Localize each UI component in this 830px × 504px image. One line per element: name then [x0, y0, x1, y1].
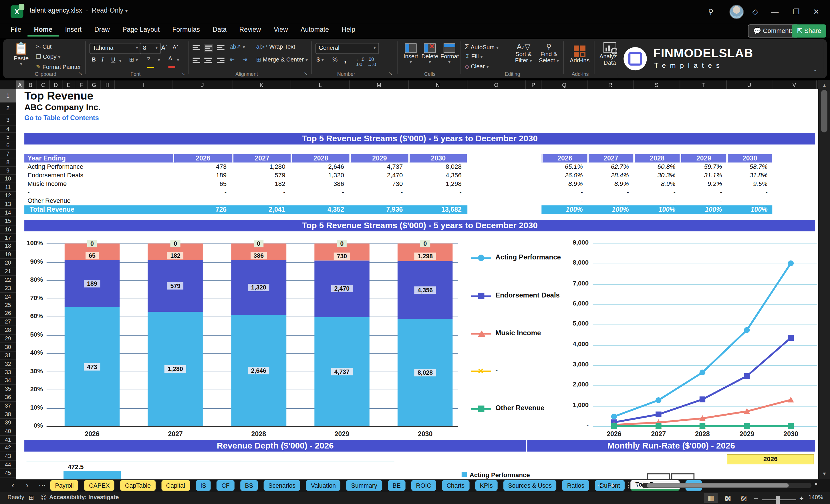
- row-header-41[interactable]: 41: [0, 435, 16, 444]
- tabs-menu-icon[interactable]: ⋮: [625, 480, 632, 489]
- column-header-O[interactable]: O: [467, 81, 526, 89]
- tabs-overflow-icon[interactable]: ⋯: [597, 480, 605, 489]
- column-header-E[interactable]: E: [62, 81, 75, 89]
- hscroll-left-icon[interactable]: ◂: [635, 480, 638, 486]
- delete-cells-button[interactable]: ✕ Delete▾: [421, 43, 438, 65]
- align-center-icon[interactable]: [204, 57, 212, 64]
- page-layout-view-icon[interactable]: ▩: [721, 493, 735, 503]
- table-cell[interactable]: 1,298: [409, 180, 461, 188]
- tabs-prev-icon[interactable]: ‹: [12, 480, 14, 489]
- table-cell[interactable]: 182: [232, 180, 285, 188]
- column-header-R[interactable]: R: [587, 81, 634, 89]
- sheet-tab-scenarios[interactable]: Scenarios: [264, 480, 300, 491]
- row-header-8[interactable]: 8: [0, 158, 16, 166]
- find-select-button[interactable]: ⚲ Find &Select ▾: [538, 42, 560, 63]
- pct-cell[interactable]: 31.8%: [727, 171, 768, 180]
- fill-button[interactable]: ↧ Fill ▾: [465, 53, 483, 60]
- sheet-tab-roic[interactable]: ROIC: [411, 480, 436, 491]
- tabs-more-icon[interactable]: ⋯: [39, 480, 46, 489]
- align-middle-icon[interactable]: [204, 44, 213, 53]
- pct-cell[interactable]: 28.4%: [587, 171, 629, 180]
- zoom-slider-thumb[interactable]: [776, 496, 780, 504]
- pct-total-cell[interactable]: 100%: [587, 205, 629, 214]
- pct-cell[interactable]: 26.0%: [541, 171, 583, 180]
- row-header-15[interactable]: 15: [0, 217, 16, 225]
- table-cell[interactable]: 2,646: [291, 163, 344, 171]
- font-size-select[interactable]: 8▾: [140, 43, 161, 54]
- zoom-out-icon[interactable]: −: [754, 494, 758, 503]
- pct-cell[interactable]: 58.7%: [727, 163, 768, 171]
- row-header-35[interactable]: 35: [0, 385, 16, 393]
- row-header-7[interactable]: 7: [0, 150, 16, 158]
- paste-button[interactable]: 📋 Paste ▾: [10, 42, 32, 67]
- row-header-26[interactable]: 26: [0, 310, 16, 318]
- column-header-A[interactable]: A: [16, 81, 25, 90]
- table-cell[interactable]: 1,320: [291, 171, 344, 180]
- table-cell[interactable]: -: [291, 197, 344, 205]
- row-header-31[interactable]: 31: [0, 351, 16, 359]
- sheet-tab-capital[interactable]: Capital: [161, 480, 190, 491]
- pct-cell[interactable]: 65.1%: [541, 163, 583, 171]
- horizontal-scrollbar[interactable]: [642, 483, 811, 488]
- pct-cell[interactable]: 8.9%: [634, 180, 675, 188]
- pct-total-cell[interactable]: 100%: [727, 205, 768, 214]
- column-header-F[interactable]: F: [75, 81, 88, 89]
- column-header-L[interactable]: L: [291, 81, 350, 89]
- italic-button[interactable]: I: [101, 56, 103, 62]
- row-header-4[interactable]: 4: [0, 126, 16, 133]
- scroll-down-icon[interactable]: ▼: [822, 471, 827, 476]
- pct-cell[interactable]: 8.9%: [587, 180, 629, 188]
- currency-button[interactable]: $ ▾: [317, 56, 324, 62]
- row-header-13[interactable]: 13: [0, 200, 16, 209]
- row-header-24[interactable]: 24: [0, 293, 16, 301]
- row-header-21[interactable]: 21: [0, 267, 16, 276]
- column-header-Q[interactable]: Q: [541, 81, 587, 89]
- total-cell[interactable]: 13,682: [409, 205, 461, 214]
- row-header-40[interactable]: 40: [0, 427, 16, 435]
- menu-tab-page-layout[interactable]: Page Layout: [116, 23, 166, 36]
- read-only-caret-icon[interactable]: ▾: [125, 8, 128, 14]
- column-header-J[interactable]: J: [173, 81, 232, 89]
- runrate-year-cell[interactable]: 2026: [727, 454, 814, 464]
- row-header-44[interactable]: 44: [0, 461, 16, 469]
- diamond-premium-icon[interactable]: ◇: [749, 6, 761, 18]
- row-header-14[interactable]: 14: [0, 209, 16, 217]
- scroll-up-icon[interactable]: ▲: [822, 83, 827, 88]
- sheet-tab-ratios[interactable]: Ratios: [562, 480, 589, 491]
- row-header-1[interactable]: 1: [0, 89, 16, 103]
- table-cell[interactable]: 65: [173, 180, 226, 188]
- column-header-I[interactable]: I: [115, 81, 173, 89]
- comments-button[interactable]: 💬 Comments: [748, 24, 799, 37]
- table-cell[interactable]: 473: [173, 163, 226, 171]
- pct-cell[interactable]: 30.3%: [634, 171, 675, 180]
- sheet-tab-valuation[interactable]: Valuation: [306, 480, 341, 491]
- row-header-32[interactable]: 32: [0, 360, 16, 368]
- increase-indent-button[interactable]: ⇥: [243, 56, 247, 63]
- borders-button[interactable]: ⊞ ▾: [129, 56, 138, 63]
- menu-tab-home[interactable]: Home: [28, 23, 59, 36]
- pct-cell[interactable]: -: [680, 197, 722, 205]
- menu-tab-formulas[interactable]: Formulas: [166, 23, 206, 36]
- column-header-D[interactable]: D: [50, 81, 62, 89]
- menu-tab-insert[interactable]: Insert: [59, 23, 88, 36]
- row-header-20[interactable]: 20: [0, 259, 16, 267]
- table-cell[interactable]: -: [232, 188, 285, 196]
- underline-button[interactable]: U: [111, 56, 116, 62]
- pct-cell[interactable]: 31.1%: [680, 171, 722, 180]
- pct-cell[interactable]: -: [634, 197, 675, 205]
- table-cell[interactable]: -: [350, 188, 403, 196]
- table-cell[interactable]: 1,280: [232, 163, 285, 171]
- underline-caret[interactable]: ▾: [119, 58, 121, 64]
- comma-style-button[interactable]: ,: [344, 55, 346, 64]
- column-header-K[interactable]: K: [232, 81, 291, 89]
- sort-filter-button[interactable]: AZ▽ Sort &Filter ▾: [513, 42, 535, 63]
- pct-cell[interactable]: 62.7%: [587, 163, 629, 171]
- table-cell[interactable]: -: [173, 188, 226, 196]
- align-top-icon[interactable]: [193, 44, 200, 52]
- total-cell[interactable]: 2,041: [232, 205, 285, 214]
- page-break-view-icon[interactable]: ▨: [737, 493, 751, 503]
- column-header-P[interactable]: P: [526, 81, 542, 89]
- column-header-T[interactable]: T: [680, 81, 727, 89]
- column-header-U[interactable]: U: [727, 81, 772, 89]
- normal-view-icon[interactable]: ▦: [704, 493, 718, 503]
